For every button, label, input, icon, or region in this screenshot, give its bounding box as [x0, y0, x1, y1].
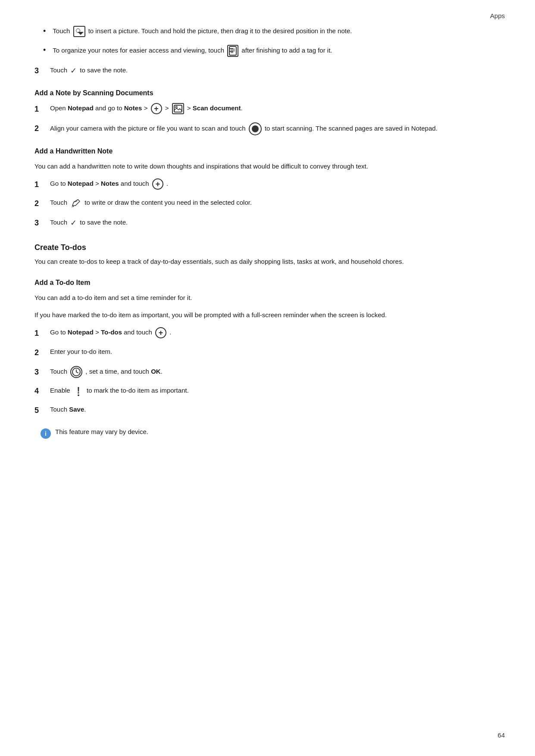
step-num-scan-2: 2: [34, 122, 50, 135]
step-num-hw-1: 1: [34, 178, 50, 191]
step-text-todo-1: Go to Notepad > To-dos and touch + .: [50, 327, 501, 338]
svg-rect-4: [174, 105, 182, 112]
step-num-3a: 3: [34, 65, 50, 77]
step1-todo: 1 Go to Notepad > To-dos and touch + .: [34, 327, 501, 340]
bullet-text-tag: To organize your notes for easier access…: [53, 45, 501, 57]
step-num-hw-3: 3: [34, 217, 50, 229]
svg-point-5: [175, 106, 177, 108]
step1-handwritten: 1 Go to Notepad > Notes and touch + .: [34, 178, 501, 191]
section-heading-handwritten: Add a Handwritten Note: [34, 147, 501, 155]
step-num-todo-5: 5: [34, 404, 50, 417]
step-text-hw-2: Touch to write or draw the content you n…: [50, 197, 501, 208]
bullet-item-tag: • To organize your notes for easier acce…: [34, 45, 501, 57]
pen-icon: [70, 198, 81, 208]
svg-text:!: !: [77, 385, 80, 396]
step-num-todo-1: 1: [34, 327, 50, 340]
svg-point-12: [78, 394, 79, 396]
bullet-item-picture: • Touch to insert a picture. Touch and h…: [34, 26, 501, 37]
step-text-todo-4: Enable ! to mark the to-do item as impor…: [50, 385, 501, 397]
step-text-hw-3: Touch ✓ to save the note.: [50, 217, 501, 229]
todos-intro: You can create to-dos to keep a track of…: [34, 256, 501, 267]
step5-todo: 5 Touch Save.: [34, 404, 501, 417]
step2-handwritten: 2 Touch to write or draw the content you…: [34, 197, 501, 210]
tag-icon: [227, 45, 238, 57]
step1-scan: 1 Open Notepad and go to Notes > + > > S…: [34, 103, 501, 116]
checkmark-icon-1: ✓: [70, 65, 77, 77]
bullet-dot: •: [43, 27, 46, 36]
step-text-scan-2: Align your camera with the picture or fi…: [50, 122, 501, 135]
step-text-todo-5: Touch Save.: [50, 404, 501, 415]
info-icon: i: [41, 428, 51, 439]
plus-circle-icon-3: +: [155, 327, 166, 338]
step-num-hw-2: 2: [34, 197, 50, 210]
checkmark-icon-2: ✓: [70, 217, 77, 229]
bullet-text-picture: Touch to insert a picture. Touch and hol…: [53, 26, 501, 37]
svg-rect-0: [229, 47, 236, 55]
step4-todo: 4 Enable ! to mark the to-do item as imp…: [34, 385, 501, 397]
step-text-todo-2: Enter your to-do item.: [50, 347, 501, 357]
bullet-dot-2: •: [43, 46, 46, 55]
handwritten-intro: You can add a handwritten note to write …: [34, 161, 501, 172]
svg-line-10: [76, 372, 78, 373]
step-text-3a: Touch ✓ to save the note.: [50, 65, 501, 77]
plus-circle-icon-2: +: [152, 178, 163, 190]
page-number: 64: [497, 731, 505, 739]
header-label: Apps: [490, 12, 505, 19]
info-note-text: This feature may vary by device.: [55, 428, 148, 435]
main-heading-todos: Create To-dos: [34, 243, 501, 252]
step3-save-note-1: 3 Touch ✓ to save the note.: [34, 65, 501, 77]
sub-heading-todo-item: Add a To-do Item: [34, 279, 501, 287]
scan-inner: [252, 125, 259, 132]
step2-todo: 2 Enter your to-do item.: [34, 347, 501, 359]
step-num-todo-3: 3: [34, 366, 50, 378]
step2-scan: 2 Align your camera with the picture or …: [34, 122, 501, 135]
plus-circle-icon-1: +: [151, 103, 162, 114]
section-heading-scan: Add a Note by Scanning Documents: [34, 89, 501, 97]
step-text-hw-1: Go to Notepad > Notes and touch + .: [50, 178, 501, 190]
info-note: i This feature may vary by device.: [34, 424, 501, 443]
step-num-todo-2: 2: [34, 347, 50, 359]
picture-box-icon: [172, 103, 184, 114]
todo-sub-intro2: If you have marked the to-do item as imp…: [34, 310, 501, 320]
step-text-todo-3: Touch , set a time, and touch OK.: [50, 366, 501, 378]
todo-sub-intro1: You can add a to-do item and set a time …: [34, 293, 501, 303]
step-num-todo-4: 4: [34, 385, 50, 397]
clock-icon: [70, 366, 82, 378]
step-num-scan-1: 1: [34, 103, 50, 116]
scan-circle-icon: [249, 122, 262, 135]
step3-handwritten: 3 Touch ✓ to save the note.: [34, 217, 501, 229]
step-text-scan-1: Open Notepad and go to Notes > + > > Sca…: [50, 103, 501, 114]
picture-icon: [73, 26, 85, 37]
step3-todo: 3 Touch , set a time, and touch OK.: [34, 366, 501, 378]
exclaim-icon: !: [74, 385, 83, 397]
